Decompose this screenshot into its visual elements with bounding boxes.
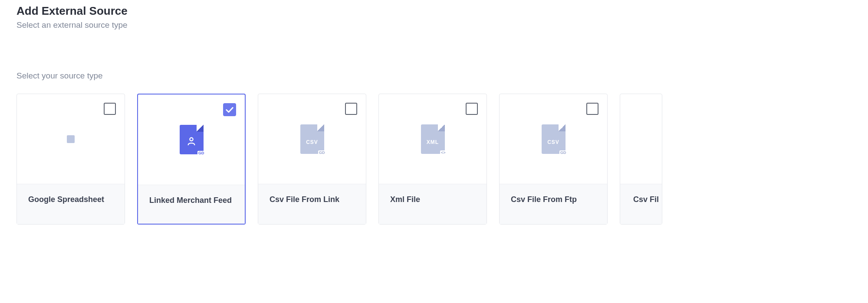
source-type-cards: Google Spreadsheet GD — [16, 94, 852, 225]
card-body: CSV GD — [500, 94, 607, 184]
card-footer: Csv Fil — [620, 184, 662, 224]
person-file-icon: GD — [176, 124, 207, 155]
section-label: Select your source type — [16, 71, 852, 81]
card-csv-file-from-ftp[interactable]: CSV GD Csv File From Ftp — [499, 94, 608, 225]
card-linked-merchant-feed[interactable]: GD Linked Merchant Feed — [137, 94, 246, 225]
csv-file-icon: CSV GD — [297, 124, 327, 154]
svg-point-0 — [190, 138, 193, 141]
card-footer: Google Spreadsheet — [17, 184, 125, 224]
card-footer: Linked Merchant Feed — [138, 185, 245, 224]
card-label: Google Spreadsheet — [28, 194, 104, 206]
checkbox-icon[interactable] — [586, 103, 598, 115]
card-google-spreadsheet[interactable]: Google Spreadsheet — [16, 94, 125, 225]
card-body: XML <> — [379, 94, 487, 184]
card-label: Linked Merchant Feed — [149, 195, 232, 207]
card-csv-file-partial[interactable]: Csv Fil — [620, 94, 662, 225]
checkbox-icon[interactable] — [345, 103, 357, 115]
card-body: GD — [138, 94, 245, 185]
card-body: CSV GD — [258, 94, 366, 184]
card-label: Csv Fil — [633, 194, 659, 206]
card-body — [17, 94, 125, 184]
card-label: Csv File From Link — [270, 194, 339, 206]
card-footer: Xml File — [379, 184, 487, 224]
checkbox-icon[interactable] — [466, 103, 478, 115]
card-label: Xml File — [390, 194, 420, 206]
xml-file-icon: XML <> — [418, 124, 448, 154]
card-csv-file-from-link[interactable]: CSV GD Csv File From Link — [258, 94, 366, 225]
card-label: Csv File From Ftp — [511, 194, 577, 206]
card-body — [620, 94, 662, 184]
card-footer: Csv File From Ftp — [500, 184, 607, 224]
page-title: Add External Source — [16, 4, 852, 18]
card-xml-file[interactable]: XML <> Xml File — [378, 94, 487, 225]
csv-file-icon: CSV GD — [538, 124, 569, 154]
checkmark-icon — [226, 107, 233, 113]
card-footer: Csv File From Link — [258, 184, 366, 224]
spreadsheet-icon — [56, 124, 86, 154]
checkbox-checked-icon[interactable] — [223, 103, 236, 116]
page-subtitle: Select an external source type — [16, 20, 852, 30]
checkbox-icon[interactable] — [104, 103, 116, 115]
